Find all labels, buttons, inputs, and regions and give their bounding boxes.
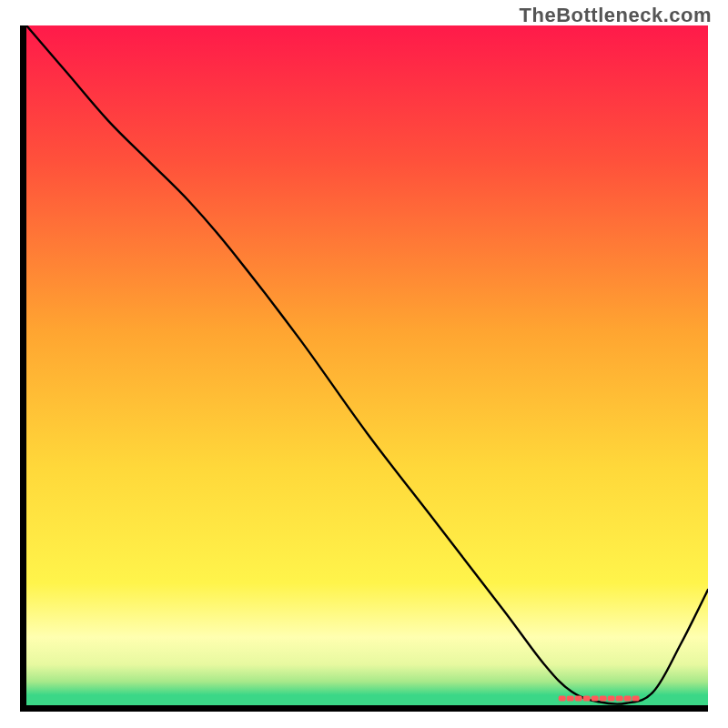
svg-rect-9 (632, 696, 640, 702)
svg-rect-4 (592, 696, 599, 702)
svg-rect-2 (575, 696, 582, 702)
chart-svg (20, 25, 708, 712)
svg-rect-3 (583, 696, 591, 702)
svg-rect-7 (616, 696, 623, 702)
svg-rect-6 (608, 696, 615, 702)
x-axis (20, 705, 708, 712)
svg-rect-8 (624, 696, 632, 702)
svg-rect-1 (567, 696, 574, 702)
watermark-text: TheBottleneck.com (520, 4, 712, 27)
y-axis (20, 25, 26, 712)
chart-plot-area (20, 25, 708, 712)
gradient-background (26, 25, 708, 705)
svg-rect-5 (600, 696, 607, 702)
svg-rect-0 (559, 696, 566, 702)
